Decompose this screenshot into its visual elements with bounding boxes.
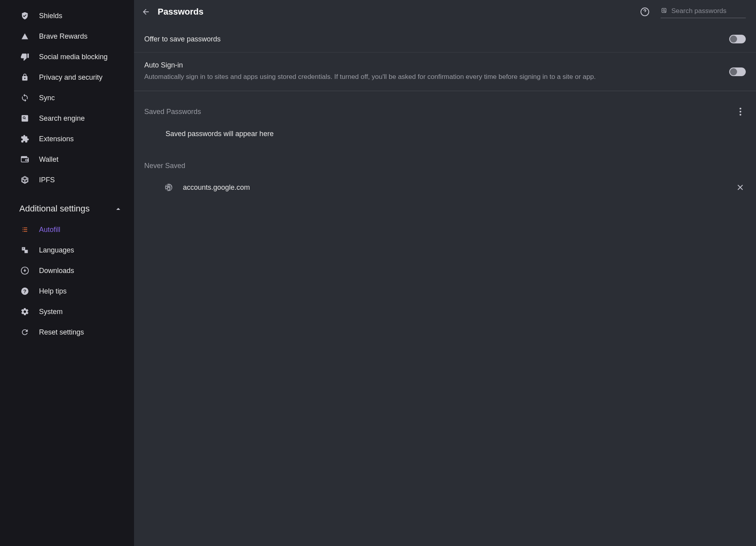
sidebar-item-label: IPFS [39, 176, 55, 184]
sidebar-item-system[interactable]: System [2, 301, 134, 322]
setting-offer-save: Offer to save passwords [134, 26, 756, 52]
sidebar-item-label: Wallet [39, 155, 58, 164]
sidebar-item-label: Social media blocking [39, 53, 108, 61]
setting-title: Offer to save passwords [144, 35, 721, 43]
help-icon: ? [19, 286, 30, 296]
sidebar-item-search-engine[interactable]: Search engine [2, 108, 134, 129]
sidebar-item-label: Sync [39, 94, 55, 102]
sidebar-item-label: Privacy and security [39, 73, 102, 82]
lock-icon [19, 73, 30, 82]
search-icon [661, 7, 668, 15]
sidebar-item-autofill[interactable]: Autofill [2, 219, 134, 240]
sidebar-item-downloads[interactable]: Downloads [2, 260, 134, 281]
search-input[interactable] [671, 7, 746, 15]
sidebar-item-label: Search engine [39, 114, 85, 123]
sidebar-item-label: System [39, 308, 63, 316]
triangle-icon [19, 32, 30, 41]
search-container [661, 6, 746, 18]
setting-description: Automatically sign in to sites and apps … [144, 72, 721, 82]
back-button[interactable] [140, 6, 152, 18]
saved-passwords-more-button[interactable] [735, 106, 746, 117]
sidebar-item-shields[interactable]: Shields [2, 6, 134, 26]
settings-sidebar: Shields Brave Rewards Social media block… [0, 0, 134, 546]
sidebar-item-languages[interactable]: A Languages [2, 240, 134, 260]
shield-icon [19, 11, 30, 21]
never-saved-item: accounts.google.com [134, 174, 756, 201]
sidebar-item-label: Reset settings [39, 328, 84, 337]
help-button[interactable] [639, 6, 651, 18]
sidebar-item-rewards[interactable]: Brave Rewards [2, 26, 134, 47]
main-content: Passwords Offer to save passwords Auto S… [134, 0, 756, 546]
sidebar-item-sync[interactable]: Sync [2, 88, 134, 108]
sidebar-item-privacy[interactable]: Privacy and security [2, 67, 134, 88]
chevron-up-icon [116, 206, 121, 211]
svg-point-7 [739, 108, 741, 109]
sidebar-item-help-tips[interactable]: ? Help tips [2, 281, 134, 301]
sidebar-item-wallet[interactable]: Wallet [2, 149, 134, 170]
sidebar-item-extensions[interactable]: Extensions [2, 129, 134, 149]
never-saved-site: accounts.google.com [183, 183, 735, 192]
svg-point-9 [739, 114, 741, 116]
setting-title: Auto Sign-in [144, 61, 721, 69]
thumb-down-icon [19, 52, 30, 62]
sync-icon [19, 93, 30, 103]
remove-never-saved-button[interactable] [735, 182, 746, 193]
cube-icon [19, 175, 30, 185]
sidebar-item-label: Autofill [39, 226, 60, 234]
sidebar-item-label: Help tips [39, 287, 67, 295]
page-header: Passwords [134, 0, 756, 26]
reset-icon [19, 327, 30, 337]
additional-settings-toggle[interactable]: Additional settings [2, 190, 134, 219]
sidebar-item-label: Brave Rewards [39, 32, 88, 41]
offer-save-toggle[interactable] [729, 35, 746, 43]
download-icon [19, 266, 30, 275]
sidebar-item-label: Shields [39, 12, 62, 20]
sidebar-item-ipfs[interactable]: IPFS [2, 170, 134, 190]
auto-signin-toggle[interactable] [729, 67, 746, 76]
gear-icon [19, 307, 30, 316]
wallet-icon [19, 155, 30, 164]
svg-text:A: A [22, 247, 24, 250]
translate-icon: A [19, 245, 30, 255]
sidebar-item-label: Downloads [39, 267, 74, 275]
section-label-text: Saved Passwords [144, 108, 201, 116]
svg-point-6 [663, 9, 665, 11]
puzzle-icon [19, 134, 30, 144]
sidebar-item-social-blocking[interactable]: Social media blocking [2, 47, 134, 67]
sidebar-item-reset[interactable]: Reset settings [2, 322, 134, 342]
section-label-text: Never Saved [144, 162, 185, 170]
never-saved-section: Never Saved [134, 147, 756, 174]
globe-icon [164, 183, 173, 192]
list-icon [19, 225, 30, 234]
svg-point-8 [739, 111, 741, 112]
saved-passwords-empty: Saved passwords will appear here [134, 121, 756, 147]
sidebar-item-label: Languages [39, 246, 74, 254]
sidebar-item-label: Extensions [39, 135, 74, 143]
saved-passwords-section: Saved Passwords [134, 91, 756, 121]
setting-auto-signin: Auto Sign-in Automatically sign in to si… [134, 52, 756, 91]
page-title: Passwords [158, 7, 203, 17]
svg-text:?: ? [23, 288, 26, 294]
search-box-icon [19, 114, 30, 123]
section-header-label: Additional settings [19, 204, 90, 214]
